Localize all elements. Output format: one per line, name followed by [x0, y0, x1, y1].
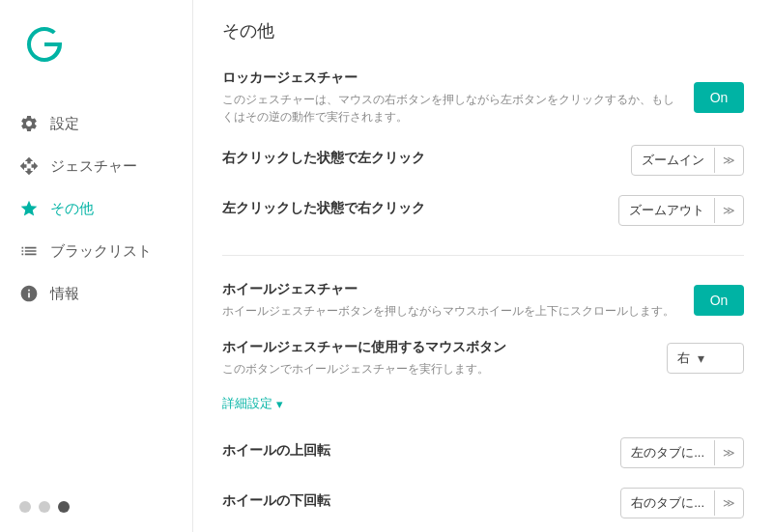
rocker-left-click-icon-btn[interactable]: ≫	[714, 198, 743, 223]
move-icon	[19, 156, 39, 176]
rocker-right-click-icon-btn[interactable]: ≫	[714, 148, 743, 173]
section-divider	[222, 255, 744, 256]
sidebar-item-info-label: 情報	[50, 285, 79, 303]
wheel-button-row: ホイールジェスチャーに使用するマウスボタン このボタンでホイールジェスチャーを実…	[222, 329, 744, 387]
wheel-button-label: ホイールジェスチャーに使用するマウスボタン	[222, 339, 647, 356]
detail-settings-text: 詳細設定	[222, 395, 272, 412]
wheel-title: ホイールジェスチャー	[222, 281, 674, 298]
wheel-info: ホイールジェスチャー ホイールジェスチャーボタンを押しながらマウスホイールを上下…	[222, 281, 694, 320]
wheel-button-info: ホイールジェスチャーに使用するマウスボタン このボタンでホイールジェスチャーを実…	[222, 339, 667, 378]
info-icon	[19, 284, 39, 303]
sidebar-navigation: 設定 ジェスチャー その他 ブラックリス	[0, 102, 192, 315]
rocker-left-click-label: 左クリックした状態で右クリック	[222, 200, 425, 217]
sidebar-dots	[0, 482, 192, 532]
rocker-info: ロッカージェスチャー このジェスチャーは、マウスの右ボタンを押しながら左ボタンを…	[222, 70, 694, 126]
rocker-main-row: ロッカージェスチャー このジェスチャーは、マウスの右ボタンを押しながら左ボタンを…	[222, 60, 744, 135]
sidebar-item-blacklist-label: ブラックリスト	[50, 242, 152, 261]
sidebar-item-info[interactable]: 情報	[0, 272, 192, 315]
wheel-description: ホイールジェスチャーボタンを押しながらマウスホイールを上下にスクロールします。	[222, 302, 674, 320]
rocker-section: ロッカージェスチャー このジェスチャーは、マウスの右ボタンを押しながら左ボタンを…	[222, 60, 744, 236]
dot-1[interactable]	[19, 501, 31, 513]
wheel-up-label: ホイールの上回転	[222, 442, 330, 460]
rocker-left-click-select[interactable]: ズームアウト ≫	[618, 195, 744, 226]
sidebar: 設定 ジェスチャー その他 ブラックリス	[0, 0, 193, 532]
sidebar-item-gestures[interactable]: ジェスチャー	[0, 145, 192, 187]
wheel-up-icon-btn[interactable]: ≫	[714, 440, 743, 465]
app-logo	[19, 19, 70, 70]
rocker-right-click-select[interactable]: ズームイン ≫	[631, 145, 744, 176]
wheel-down-row: ホイールの下回転 右のタブに... ≫	[222, 478, 744, 528]
wheel-up-value: 左のタブに...	[621, 438, 714, 467]
rocker-right-click-row: 右クリックした状態で左クリック ズームイン ≫	[222, 135, 744, 185]
logo-area	[0, 0, 192, 102]
wheel-down-icon-btn[interactable]: ≫	[714, 490, 743, 516]
chevron-down-small-icon: ▾	[276, 397, 283, 411]
page-title: その他	[222, 19, 744, 42]
wheel-down-select[interactable]: 右のタブに... ≫	[620, 488, 744, 518]
star-icon	[19, 199, 39, 218]
wheel-section: ホイールジェスチャー ホイールジェスチャーボタンを押しながらマウスホイールを上下…	[222, 271, 744, 528]
wheel-up-select[interactable]: 左のタブに... ≫	[620, 437, 744, 468]
sidebar-item-blacklist[interactable]: ブラックリスト	[0, 230, 192, 272]
rocker-right-click-label: 右クリックした状態で左クリック	[222, 150, 425, 167]
rocker-left-click-value: ズームアウト	[619, 196, 714, 225]
rocker-right-click-value: ズームイン	[632, 146, 714, 175]
list-icon	[19, 241, 39, 261]
rocker-toggle[interactable]: On	[694, 82, 744, 113]
sidebar-item-settings[interactable]: 設定	[0, 102, 192, 145]
wheel-down-value: 右のタブに...	[621, 489, 714, 518]
sidebar-item-other-label: その他	[50, 200, 94, 218]
sidebar-item-settings-label: 設定	[50, 115, 79, 133]
wheel-button-description: このボタンでホイールジェスチャーを実行します。	[222, 360, 647, 378]
chevron-down-icon: ▾	[698, 350, 704, 366]
sidebar-item-other[interactable]: その他	[0, 187, 192, 230]
dot-2[interactable]	[39, 501, 50, 513]
wheel-toggle[interactable]: On	[694, 285, 744, 316]
wheel-down-label: ホイールの下回転	[222, 492, 330, 510]
wheel-up-row: ホイールの上回転 左のタブに... ≫	[222, 428, 744, 478]
dot-3[interactable]	[58, 501, 70, 513]
wheel-button-value: 右	[677, 350, 690, 367]
detail-settings-link[interactable]: 詳細設定 ▾	[222, 395, 283, 412]
gear-icon	[19, 114, 39, 133]
wheel-button-dropdown[interactable]: 右 ▾	[667, 343, 744, 374]
rocker-left-click-row: 左クリックした状態で右クリック ズームアウト ≫	[222, 185, 744, 236]
sidebar-item-gestures-label: ジェスチャー	[50, 157, 137, 176]
rocker-title: ロッカージェスチャー	[222, 70, 674, 87]
wheel-main-row: ホイールジェスチャー ホイールジェスチャーボタンを押しながらマウスホイールを上下…	[222, 271, 744, 329]
rocker-description: このジェスチャーは、マウスの右ボタンを押しながら左ボタンをクリックするか、もしく…	[222, 91, 674, 126]
main-content: その他 ロッカージェスチャー このジェスチャーは、マウスの右ボタンを押しながら左…	[193, 0, 773, 532]
